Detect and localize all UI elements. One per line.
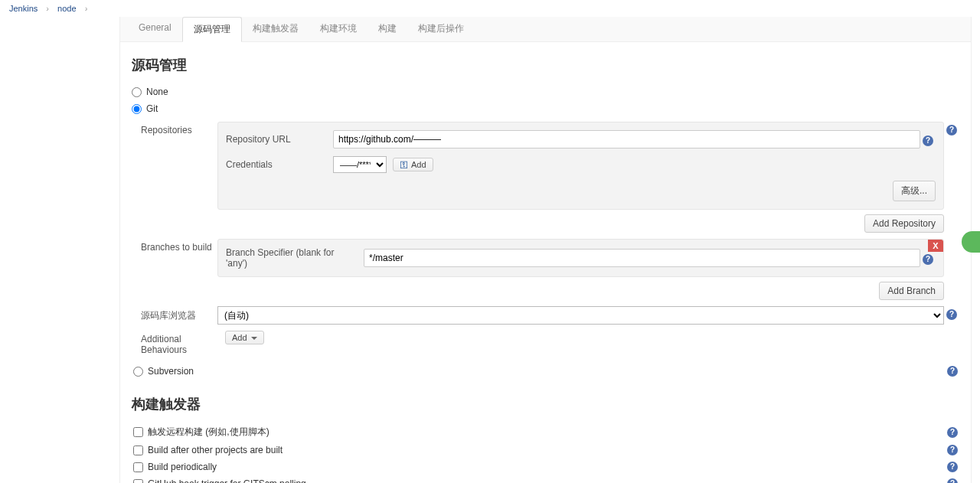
- scm-radio-git[interactable]: [132, 104, 142, 114]
- repositories-label: Repositories: [141, 122, 217, 135]
- trigger-row: Build after other projects are built ?: [132, 442, 959, 459]
- trigger-label: 触发远程构建 (例如,使用脚本): [148, 426, 270, 439]
- tab-build[interactable]: 构建: [368, 17, 407, 41]
- trigger-label: GitHub hook trigger for GITScm polling: [148, 478, 306, 483]
- key-icon: ⚿: [400, 160, 408, 169]
- trigger-row: GitHub hook trigger for GITScm polling ?: [132, 475, 959, 483]
- repo-browser-select[interactable]: (自动): [217, 306, 944, 325]
- breadcrumb-sep: ›: [46, 4, 49, 13]
- help-icon[interactable]: ?: [946, 309, 957, 320]
- trigger-upstream-checkbox[interactable]: [133, 445, 143, 455]
- trigger-periodic-checkbox[interactable]: [133, 462, 143, 472]
- floating-badge-icon[interactable]: [962, 231, 980, 253]
- tab-post-build[interactable]: 构建后操作: [407, 17, 475, 41]
- branch-panel: X Branch Specifier (blank for 'any') ?: [217, 239, 944, 277]
- breadcrumb: Jenkins › node ›: [0, 0, 980, 17]
- repo-url-label: Repository URL: [226, 134, 333, 145]
- tab-scm[interactable]: 源码管理: [182, 17, 242, 42]
- help-icon[interactable]: ?: [947, 462, 958, 472]
- trigger-label: Build after other projects are built: [148, 445, 283, 455]
- cred-label: Credentials: [226, 159, 333, 170]
- trigger-row: 触发远程构建 (例如,使用脚本) ?: [132, 423, 959, 442]
- trigger-remote-checkbox[interactable]: [133, 427, 143, 437]
- repository-panel: Repository URL ? Credentials: [217, 122, 944, 210]
- trigger-github-hook-checkbox[interactable]: [133, 479, 143, 484]
- scm-label-none: None: [146, 86, 168, 97]
- advanced-button[interactable]: 高级...: [893, 181, 936, 201]
- scm-radio-subversion[interactable]: [133, 367, 143, 377]
- repo-url-input[interactable]: [333, 130, 920, 148]
- tab-triggers[interactable]: 构建触发器: [242, 17, 309, 41]
- delete-branch-button[interactable]: X: [928, 240, 943, 252]
- add-behaviour-button[interactable]: Add: [225, 331, 264, 344]
- breadcrumb-sep: ›: [85, 4, 88, 13]
- scm-label-git: Git: [146, 103, 158, 114]
- branch-spec-input[interactable]: [364, 249, 920, 267]
- help-icon[interactable]: ?: [947, 478, 958, 483]
- help-icon[interactable]: ?: [947, 445, 958, 455]
- behaviours-label: Additional Behaviours: [141, 331, 225, 355]
- help-icon[interactable]: ?: [947, 366, 958, 377]
- browser-label: 源码库浏览器: [141, 306, 217, 322]
- add-repository-button[interactable]: Add Repository: [864, 214, 944, 233]
- tab-build-env[interactable]: 构建环境: [309, 17, 368, 41]
- help-icon[interactable]: ?: [947, 427, 958, 438]
- tab-general[interactable]: General: [128, 17, 182, 41]
- help-icon[interactable]: ?: [923, 135, 933, 146]
- scm-radio-none[interactable]: [132, 87, 142, 97]
- add-credential-button[interactable]: ⚿ Add: [393, 158, 433, 171]
- trigger-row: Build periodically ?: [132, 459, 959, 475]
- config-tabs: General 源码管理 构建触发器 构建环境 构建 构建后操作: [120, 17, 971, 42]
- cred-select[interactable]: ——/******: [333, 156, 387, 173]
- breadcrumb-item[interactable]: node: [57, 4, 76, 13]
- branches-label: Branches to build: [141, 239, 217, 253]
- section-heading-scm: 源码管理: [132, 56, 959, 74]
- add-branch-button[interactable]: Add Branch: [879, 282, 944, 300]
- branch-spec-label: Branch Specifier (blank for 'any'): [226, 247, 364, 269]
- breadcrumb-item[interactable]: Jenkins: [9, 4, 38, 13]
- scm-option-git[interactable]: Git: [132, 100, 959, 117]
- scm-option-none[interactable]: None: [132, 83, 959, 100]
- help-icon[interactable]: ?: [946, 125, 957, 135]
- section-heading-triggers: 构建触发器: [132, 395, 959, 413]
- help-icon[interactable]: ?: [923, 254, 933, 265]
- trigger-label: Build periodically: [148, 462, 217, 472]
- scm-label-subversion: Subversion: [148, 366, 194, 377]
